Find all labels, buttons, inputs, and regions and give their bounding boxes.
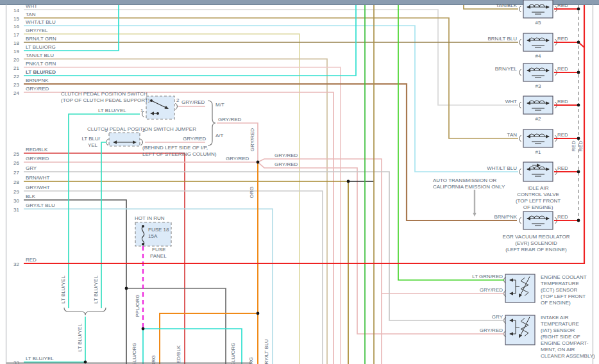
wire-label: GRY/LT BLU [264,339,269,364]
wire-label: BRN/WHT [26,175,49,181]
wire-label: RED [557,36,568,42]
junction-dot [257,312,260,315]
wire-label: BRN/LT GRN [26,36,56,42]
wire-label: 1 [140,108,144,113]
wire-label: 2 [142,128,146,133]
pin-number: 20 [13,57,19,63]
wire-label: TAN/BLK [496,3,517,8]
junction-dot [347,180,350,183]
wiring-diagram-canvas[interactable]: 1415161718192021222324252627282930313233… [0,0,599,364]
connector-mark [519,217,521,224]
wire-label: #3 [536,83,541,89]
wire-label: CALIFORNIA EMISSION ONLY [433,184,505,190]
pin-number: 15 [13,16,19,22]
wire-label: ENGINE COMPART- [541,340,589,346]
ect-sensor [505,274,535,302]
wire-label: #4 [536,53,541,59]
pin-number: 30 [13,198,19,204]
inj-2 [523,96,553,114]
fuse-terminal [142,225,144,228]
wire-label: GRY/RED [26,156,49,161]
wire-label: (ECT) SENSOR [541,287,578,293]
inj-5 [523,0,553,18]
wire-label: GRY [492,314,503,320]
wire-label: GRY/YEL [26,28,48,33]
wire-label: WHT/LT BLU [487,165,517,171]
connector-mark [519,102,521,108]
wire-label: M/T [215,102,224,108]
wire-label: ORG [248,357,254,364]
wire-lt-blu-org-branch [143,329,242,364]
wire-label: BRN/YEL [495,66,518,72]
wire-label: BLK [26,194,36,199]
pin-number: 33 [13,360,19,364]
wire-label: BRN/PNK [494,214,517,220]
wire-label: RED [578,140,584,151]
wire-20-tan-lt-blu [24,59,327,364]
wire-label: GRY/RED [183,136,207,142]
pin-number: 27 [13,170,19,176]
wire-label: LT BLU/RED [26,69,56,75]
wire-label: RED/BLK [176,345,181,364]
switch-pin2-mark [176,103,178,110]
pin-number: 16 [13,24,19,29]
wire-label: (TOP LEFT FRONT [516,198,561,204]
connector-mark [519,69,521,76]
wire-org-branch [160,313,258,364]
wire-label: LT BLU/ORG [230,343,236,364]
pin-number: 17 [13,32,19,38]
wire-label: (TOP OF CLUTCH PEDAL SUPPORT) [61,97,150,103]
wire-label: (LEFT REAR OF ENGINE) [505,247,567,252]
pin-number: 19 [13,49,19,54]
connector-mark [519,169,521,175]
pin-number: 32 [13,261,19,267]
pin-number: 21 [13,65,19,71]
wire-label: LEFT OF STEERING COLUMN) [142,151,217,157]
wire-gry-red-branch-a [258,159,382,364]
pin-number: 22 [13,74,19,79]
wire-label: (BEHIND LEFT SIDE OF I/P, [142,145,208,151]
wire-label: WHT/LT BLU [26,19,56,25]
wire-22-lt-blu-red [24,5,356,76]
wire-label: RED [557,165,568,171]
wire-label: FUSE [152,247,165,252]
wire-label: GRY/RED [218,117,242,122]
wire-label: BRN/PNK [26,78,49,83]
wire-label: GRY/RED [249,128,255,152]
wire-label: #2 [536,116,541,122]
wire-label: LT BLU/YEL [60,276,66,304]
wire-15-tan [24,18,518,138]
wire-lt-blu-yel-jumper [101,142,106,308]
pin-number: 24 [13,90,19,96]
wire-label: TEMPERATURE [541,281,579,286]
wire-label: TAN/LT BLU [26,53,54,58]
clutch-pedal-position-switch-jumper [109,133,140,146]
wire-label: (TOP LEFT FRONT [541,294,586,299]
connector-mark [519,6,521,12]
wire-label: PANEL [150,253,167,259]
pin-number: 26 [13,160,19,166]
wire-label: OF ENGINE) [541,300,571,306]
wire-label: GRY/LT BLU [26,203,55,208]
wire-label: YEL [88,142,98,148]
wire-label: LT BLU/YEL [98,108,126,113]
wire-label: LT BLU/YEL [77,324,83,352]
wire-label: (EVR) SOLENOID [515,240,557,246]
wire-label: HOT IN RUN [135,215,165,221]
wire-label: (IAT) SENSOR [541,327,575,333]
wire-label: GRY/RED [480,287,503,293]
junction-dot [125,287,128,290]
connector-mark [519,39,521,46]
junction-dot [84,361,87,364]
junction-dot [577,8,580,11]
wire-label: GRY/RED [274,161,298,167]
wire-label: GRY/WHT [26,185,50,190]
wire-label: OF ENGINE) [523,204,553,210]
wire-label: RED [557,132,568,138]
annotation-arrow [473,213,476,217]
wire-label: ORG [151,355,156,364]
wire-label: RED [26,257,37,263]
wire-label: LT BLU/YEL [26,356,54,361]
wire-label: GRY/RED [274,153,298,158]
wire-label: CONTROL VALVE [517,192,559,197]
